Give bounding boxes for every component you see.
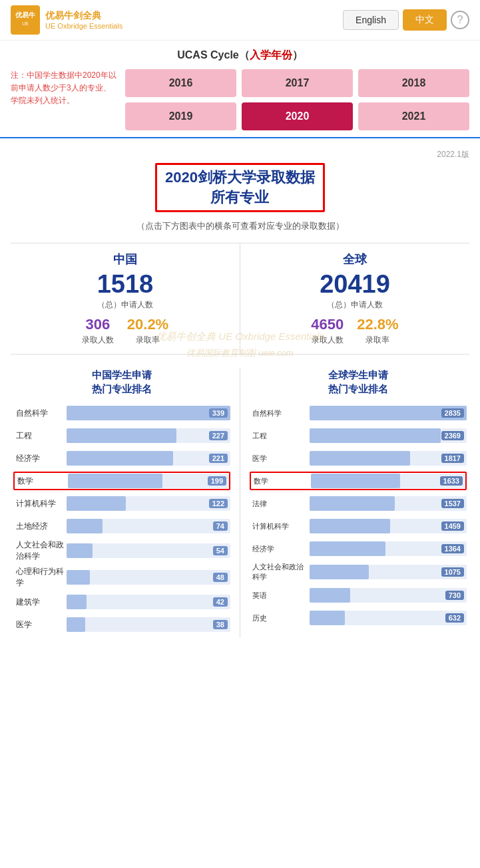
global-bar-track: 632 (310, 611, 467, 625)
global-bar-label: 工程 (250, 431, 310, 441)
stats-row: 中国 1518 （总）申请人数 306 录取人数 20.2% 录取率 全球 20… (11, 243, 469, 355)
global-bar-value: 1537 (441, 499, 464, 508)
global-bar-label: 数学 (251, 476, 311, 486)
china-bar-row[interactable]: 土地经济 74 (13, 517, 230, 535)
china-bar-row[interactable]: 医学 38 (13, 615, 230, 634)
china-bar-value: 74 (213, 521, 228, 531)
global-bar-track: 2369 (310, 428, 467, 443)
china-bar-label: 自然科学 (13, 408, 67, 419)
china-bar-value: 122 (209, 499, 228, 508)
china-rate-item: 20.2% 录取率 (127, 316, 168, 346)
year-2020[interactable]: 2020 (242, 102, 353, 130)
global-bar-track: 1633 (311, 474, 465, 488)
china-total: 1518 (16, 271, 234, 297)
global-bar-label: 历史 (250, 613, 310, 623)
china-bar-track: 54 (67, 543, 230, 558)
logo-icon: 优易牛 UE (11, 5, 40, 35)
global-bar-row[interactable]: 计算机科学 1459 (250, 517, 467, 535)
china-bar-value: 199 (208, 476, 226, 486)
ucas-highlight: 入学年份 (250, 49, 292, 61)
main-section: 2022.1版 2020剑桥大学录取数据 所有专业 （点击下方图表中的横条可查看… (0, 137, 480, 649)
china-bar-value: 339 (209, 408, 228, 418)
global-total-label: （总）申请人数 (246, 299, 464, 311)
note-box: 注：中国学生数据中2020年以前申请人数少于3人的专业、学院未列入统计。 (11, 69, 117, 130)
china-bar-label: 数学 (15, 476, 68, 487)
lang-buttons: English 中文 ? (343, 9, 469, 31)
china-bar-track: 74 (67, 519, 230, 533)
divider (240, 368, 240, 638)
year-2021[interactable]: 2021 (358, 102, 469, 130)
china-ranking-title: 中国学生申请热门专业排名 (13, 368, 230, 396)
global-bar-track: 1459 (310, 519, 467, 533)
global-bar-row[interactable]: 法律 1537 (250, 494, 467, 513)
china-bar-row[interactable]: 工程 227 (13, 426, 230, 445)
logo-cn: 优易牛剑全典 (45, 10, 122, 22)
china-title: 中国 (16, 251, 234, 267)
main-title-wrapper: 2020剑桥大学录取数据 所有专业 (11, 163, 469, 216)
global-bar-value: 1459 (441, 521, 464, 531)
global-bar-row[interactable]: 工程 2369 (250, 426, 467, 445)
global-admitted-item: 4650 录取人数 (311, 316, 344, 346)
china-admitted: 306 (82, 316, 114, 333)
global-total: 20419 (246, 271, 464, 297)
global-bar-row[interactable]: 经济学 1364 (250, 539, 467, 558)
global-bar-value: 1817 (441, 454, 464, 463)
china-bar-track: 42 (67, 595, 230, 609)
china-bar-row[interactable]: 心理和行为科学 48 (13, 566, 230, 589)
lang-zh-button[interactable]: 中文 (403, 9, 447, 31)
global-bar-value: 1075 (441, 567, 464, 577)
china-bar-row[interactable]: 建筑学 42 (13, 593, 230, 611)
china-bars: 自然科学 339 工程 227 经济学 221 数学 199 计算机科学 122… (13, 404, 230, 634)
global-bar-row[interactable]: 历史 632 (250, 609, 467, 627)
ranking-col-global: 全球学生申请热门专业排名 自然科学 2835 工程 2369 医学 1817 数… (250, 368, 467, 638)
china-bar-value: 48 (213, 573, 228, 582)
ranking-col-china: 中国学生申请热门专业排名 自然科学 339 工程 227 经济学 221 数学 … (13, 368, 230, 638)
global-bar-label: 法律 (250, 499, 310, 509)
china-bar-label: 经济学 (13, 453, 67, 464)
year-2019[interactable]: 2019 (125, 102, 236, 130)
china-bar-track: 221 (67, 451, 230, 466)
global-title: 全球 (246, 251, 464, 267)
global-bar-row[interactable]: 英语 730 (250, 586, 467, 605)
china-rate: 20.2% (127, 316, 168, 333)
year-2016[interactable]: 2016 (125, 69, 236, 97)
global-bar-track: 1364 (310, 541, 467, 556)
year-2018[interactable]: 2018 (358, 69, 469, 97)
global-bar-row[interactable]: 数学 1633 (250, 472, 467, 490)
china-bar-track: 48 (67, 570, 230, 585)
china-bar-label: 心理和行为科学 (13, 566, 67, 589)
svg-text:优易牛: 优易牛 (15, 11, 36, 19)
china-bar-value: 54 (213, 546, 228, 555)
china-total-label: （总）申请人数 (16, 299, 234, 311)
china-sub-row: 306 录取人数 20.2% 录取率 (16, 316, 234, 346)
stats-col-china: 中国 1518 （总）申请人数 306 录取人数 20.2% 录取率 (11, 243, 240, 354)
global-bar-row[interactable]: 自然科学 2835 (250, 404, 467, 422)
china-bar-label: 土地经济 (13, 521, 67, 532)
global-ranking-title: 全球学生申请热门专业排名 (250, 368, 467, 396)
global-bar-row[interactable]: 医学 1817 (250, 449, 467, 468)
help-icon[interactable]: ? (451, 11, 469, 29)
subtitle: （点击下方图表中的横条可查看对应专业的录取数据） (11, 220, 469, 232)
global-bar-row[interactable]: 人文社会和政治科学 1075 (250, 562, 467, 582)
china-bar-row[interactable]: 数学 199 (13, 472, 230, 490)
ucas-title: UCAS Cycle（入学年份） (11, 49, 469, 63)
china-bar-row[interactable]: 自然科学 339 (13, 404, 230, 422)
global-bar-label: 经济学 (250, 544, 310, 554)
year-2017[interactable]: 2017 (242, 69, 353, 97)
logo-area: 优易牛 UE 优易牛剑全典 UE Oxbridge Essentials (11, 5, 122, 35)
global-sub-row: 4650 录取人数 22.8% 录取率 (246, 316, 464, 346)
lang-en-button[interactable]: English (343, 10, 399, 30)
china-bar-value: 38 (213, 620, 228, 629)
logo-text: 优易牛剑全典 UE Oxbridge Essentials (45, 10, 122, 30)
svg-rect-0 (11, 5, 40, 35)
note-and-years: 注：中国学生数据中2020年以前申请人数少于3人的专业、学院未列入统计。 201… (11, 69, 469, 130)
global-bar-track: 1817 (310, 451, 467, 466)
global-bar-label: 人文社会和政治科学 (250, 562, 310, 582)
header: 优易牛 UE 优易牛剑全典 UE Oxbridge Essentials Eng… (0, 0, 480, 41)
china-bar-row[interactable]: 经济学 221 (13, 449, 230, 468)
china-bar-label: 建筑学 (13, 597, 67, 608)
global-bar-track: 1075 (310, 565, 467, 579)
china-bar-track: 199 (68, 474, 229, 488)
china-bar-row[interactable]: 人文社会和政治科学 54 (13, 539, 230, 562)
china-bar-row[interactable]: 计算机科学 122 (13, 494, 230, 513)
